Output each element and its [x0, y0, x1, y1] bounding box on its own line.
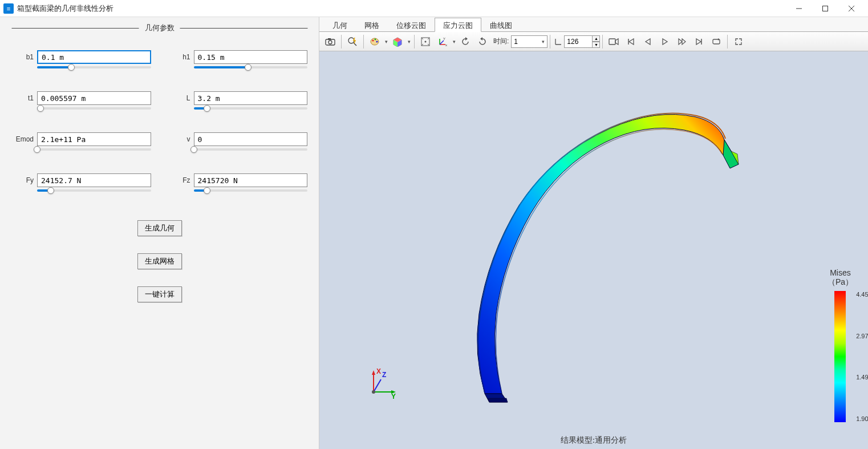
- tab-位移云图[interactable]: 位移云图: [388, 18, 435, 32]
- result-tabs: 几何网格位移云图应力云图曲线图: [319, 17, 868, 32]
- palette-dropdown[interactable]: ▾: [383, 39, 389, 45]
- legend-tick: 1.905e+08: [856, 415, 868, 422]
- svg-point-10: [372, 39, 374, 41]
- close-button[interactable]: [838, 0, 865, 17]
- param-label: Fz: [168, 176, 194, 184]
- minimize-button[interactable]: [786, 0, 812, 17]
- param-v: v: [168, 132, 308, 151]
- param-input-Fy[interactable]: [37, 173, 151, 187]
- spinner-down[interactable]: ▼: [592, 42, 600, 48]
- generate-geometry-button[interactable]: 生成几何: [137, 220, 182, 236]
- param-slider-h1[interactable]: [194, 66, 308, 68]
- record-icon[interactable]: [606, 34, 622, 50]
- app-icon: ≡: [3, 3, 14, 14]
- camera-icon[interactable]: [322, 34, 338, 50]
- param-label: h1: [168, 53, 194, 61]
- param-slider-L[interactable]: [194, 107, 308, 110]
- viewport-toolbar: ▾ ▾ Yx ▾: [319, 32, 868, 51]
- step-forward-icon[interactable]: [674, 34, 690, 50]
- zoom-flash-icon[interactable]: [344, 34, 360, 50]
- skip-start-icon[interactable]: [623, 34, 639, 50]
- legend-colorbar: 4.453e+102.975e+101.497e+101.905e+08: [834, 291, 846, 422]
- color-legend: Mises （Pa） 4.453e+102.975e+101.497e+101.…: [828, 268, 853, 422]
- param-input-h1[interactable]: [194, 50, 308, 64]
- param-t1: t1: [11, 91, 151, 110]
- play-reverse-icon[interactable]: [640, 34, 656, 50]
- axis-orientation-icon[interactable]: Yx: [435, 34, 451, 50]
- param-input-t1[interactable]: [37, 91, 151, 105]
- legend-tick: 1.497e+10: [856, 374, 868, 381]
- titlebar: ≡ 箱型截面梁的几何非线性分析: [0, 0, 868, 17]
- param-label: t1: [11, 94, 37, 102]
- model-status: 结果模型:通用分析: [561, 435, 627, 446]
- loop-icon[interactable]: [708, 34, 724, 50]
- param-input-L[interactable]: [194, 91, 308, 105]
- svg-point-11: [375, 38, 376, 40]
- legend-tick: 2.975e+10: [856, 333, 868, 339]
- geometry-fieldset: 几何参数 b1h1t1LEmodvFyFz 生成几何 生成网格 一键计算: [6, 29, 313, 308]
- tab-网格[interactable]: 网格: [356, 18, 388, 32]
- param-slider-Emod[interactable]: [37, 148, 151, 151]
- param-label: b1: [11, 53, 37, 61]
- result-viewport[interactable]: X Y Z Mises （Pa） 4.453e+102.975e+101.497…: [319, 51, 868, 449]
- legend-unit: （Pa）: [828, 277, 853, 288]
- cube-colormap-icon[interactable]: [390, 34, 405, 50]
- time-select[interactable]: 1: [511, 35, 547, 48]
- legend-tick: 4.453e+10: [856, 291, 868, 298]
- frame-spinner[interactable]: ▲ ▼: [592, 35, 600, 48]
- tab-几何[interactable]: 几何: [324, 18, 356, 32]
- svg-point-12: [376, 41, 378, 42]
- fieldset-legend: 几何参数: [139, 23, 180, 33]
- maximize-button[interactable]: [812, 0, 838, 17]
- param-slider-v[interactable]: [194, 148, 308, 151]
- param-slider-Fy[interactable]: [37, 189, 151, 192]
- param-input-v[interactable]: [194, 132, 308, 146]
- parameters-panel: 几何参数 b1h1t1LEmodvFyFz 生成几何 生成网格 一键计算: [0, 17, 319, 449]
- cube-dropdown[interactable]: ▾: [406, 39, 412, 45]
- tab-曲线图[interactable]: 曲线图: [481, 18, 521, 32]
- spinner-up[interactable]: ▲: [592, 35, 600, 42]
- param-input-b1[interactable]: [37, 50, 151, 64]
- generate-mesh-button[interactable]: 生成网格: [137, 253, 182, 269]
- skip-end-icon[interactable]: [691, 34, 707, 50]
- rotate-ccw-icon[interactable]: [457, 34, 473, 50]
- svg-rect-1: [823, 6, 828, 11]
- svg-rect-5: [328, 38, 331, 40]
- rotate-cw-icon[interactable]: [474, 34, 490, 50]
- param-Fy: Fy: [11, 173, 151, 192]
- param-slider-Fz[interactable]: [194, 189, 308, 192]
- fit-view-icon[interactable]: [417, 34, 433, 50]
- expand-icon[interactable]: [731, 34, 747, 50]
- result-panel: 几何网格位移云图应力云图曲线图 ▾: [319, 17, 868, 449]
- param-h1: h1: [168, 50, 308, 68]
- svg-text:Y: Y: [443, 37, 445, 41]
- time-label: 时间:: [493, 37, 509, 46]
- svg-point-18: [425, 41, 427, 42]
- axis-dropdown[interactable]: ▾: [451, 39, 457, 45]
- param-slider-b1[interactable]: [37, 66, 151, 68]
- param-label: Fy: [11, 176, 37, 184]
- param-label: Emod: [11, 135, 37, 143]
- param-Fz: Fz: [168, 173, 308, 192]
- palette-icon[interactable]: [367, 34, 383, 50]
- play-icon[interactable]: [657, 34, 673, 50]
- param-slider-t1[interactable]: [37, 107, 151, 110]
- param-label: L: [168, 94, 194, 102]
- param-input-Emod[interactable]: [37, 132, 151, 146]
- svg-text:x: x: [445, 43, 447, 47]
- param-input-Fz[interactable]: [194, 173, 308, 187]
- param-Emod: Emod: [11, 132, 151, 151]
- frame-input[interactable]: [564, 35, 593, 48]
- compute-button[interactable]: 一键计算: [137, 286, 182, 302]
- tab-应力云图[interactable]: 应力云图: [435, 18, 481, 32]
- param-label: v: [168, 135, 194, 143]
- angle-icon: [553, 34, 563, 50]
- legend-title: Mises: [828, 268, 853, 277]
- param-b1: b1: [11, 50, 151, 68]
- param-L: L: [168, 91, 308, 110]
- svg-line-21: [440, 41, 444, 45]
- svg-point-6: [328, 41, 332, 44]
- stress-contour-model: [342, 86, 741, 405]
- svg-rect-24: [609, 39, 615, 45]
- app-title: 箱型截面梁的几何非线性分析: [17, 3, 786, 14]
